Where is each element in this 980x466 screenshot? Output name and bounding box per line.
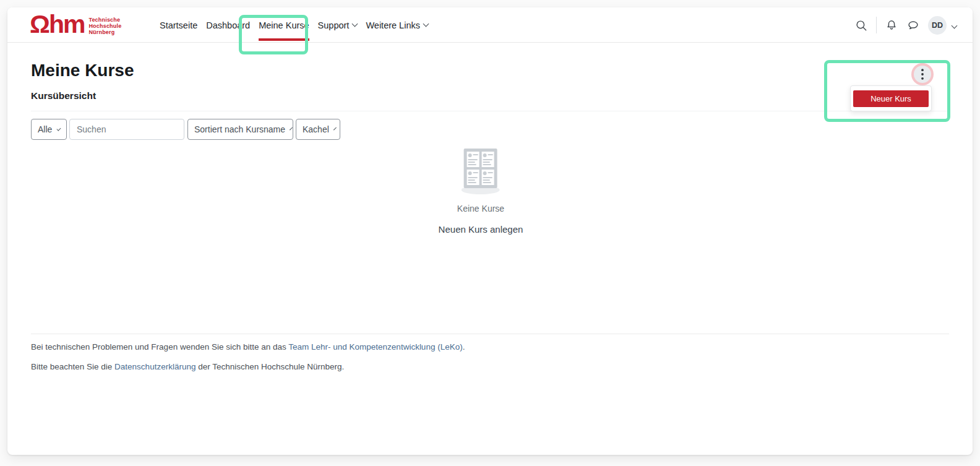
empty-courses-state: Keine Kurse Neuen Kurs anlegen bbox=[439, 147, 523, 235]
notifications-bell-icon[interactable] bbox=[883, 17, 900, 33]
primary-navigation: Startseite Dashboard Meine Kurse Support… bbox=[160, 7, 428, 43]
user-avatar[interactable]: DD bbox=[928, 16, 947, 35]
app-window: Ωhm Technische Hochschule Nürnberg Start… bbox=[7, 7, 973, 455]
create-course-link[interactable]: Neuen Kurs anlegen bbox=[439, 224, 523, 235]
navbar-divider bbox=[876, 17, 877, 33]
course-search-input[interactable] bbox=[69, 119, 184, 140]
messages-chat-icon[interactable] bbox=[905, 17, 921, 33]
no-courses-icon bbox=[455, 147, 507, 196]
empty-state-message: Keine Kurse bbox=[457, 204, 504, 214]
chevron-down-icon bbox=[290, 127, 293, 130]
footer-support-text: Bei technischen Problemen und Fragen wen… bbox=[31, 342, 465, 352]
top-navbar: Ωhm Technische Hochschule Nürnberg Start… bbox=[7, 7, 973, 43]
course-actions-dropdown: Neuer Kurs bbox=[850, 85, 932, 111]
nav-item-dashboard[interactable]: Dashboard bbox=[206, 7, 250, 43]
chevron-down-icon bbox=[333, 127, 337, 130]
course-sort-select[interactable]: Sortiert nach Kursname bbox=[187, 119, 293, 140]
footer-privacy-text: Bitte beachten Sie die Datenschutzerklär… bbox=[31, 362, 344, 371]
chevron-down-icon bbox=[352, 21, 358, 27]
page-title: Meine Kurse bbox=[31, 61, 134, 80]
navbar-right-controls: DD bbox=[853, 7, 956, 43]
course-category-filter-select[interactable]: Alle bbox=[31, 119, 67, 140]
chevron-down-icon bbox=[423, 21, 429, 27]
nav-item-meine-kurse[interactable]: Meine Kurse bbox=[259, 7, 309, 43]
kebab-dots-icon bbox=[921, 69, 924, 80]
footer-divider bbox=[31, 334, 949, 334]
page-subtitle: Kursübersicht bbox=[31, 90, 96, 101]
header-divider bbox=[31, 111, 949, 111]
ohm-logo[interactable]: Ωhm Technische Hochschule Nürnberg bbox=[30, 12, 121, 36]
nav-item-weitere-links[interactable]: Weitere Links bbox=[366, 7, 428, 43]
leko-link[interactable]: Team Lehr- und Kompetenzentwicklung (LeK… bbox=[288, 342, 462, 352]
user-menu-chevron-icon[interactable] bbox=[952, 23, 958, 29]
search-icon[interactable] bbox=[853, 17, 869, 33]
neuer-kurs-button[interactable]: Neuer Kurs bbox=[853, 90, 929, 107]
nav-item-support[interactable]: Support bbox=[318, 7, 358, 43]
nav-item-startseite[interactable]: Startseite bbox=[160, 7, 197, 43]
ohm-logo-wordmark: Ωhm bbox=[30, 12, 84, 36]
datenschutz-link[interactable]: Datenschutzerklärung bbox=[114, 362, 196, 371]
course-actions-kebab-button[interactable] bbox=[914, 66, 931, 83]
ohm-logo-institution: Technische Hochschule Nürnberg bbox=[88, 17, 121, 35]
chevron-down-icon bbox=[57, 126, 61, 131]
course-display-mode-select[interactable]: Kachel bbox=[296, 119, 340, 140]
